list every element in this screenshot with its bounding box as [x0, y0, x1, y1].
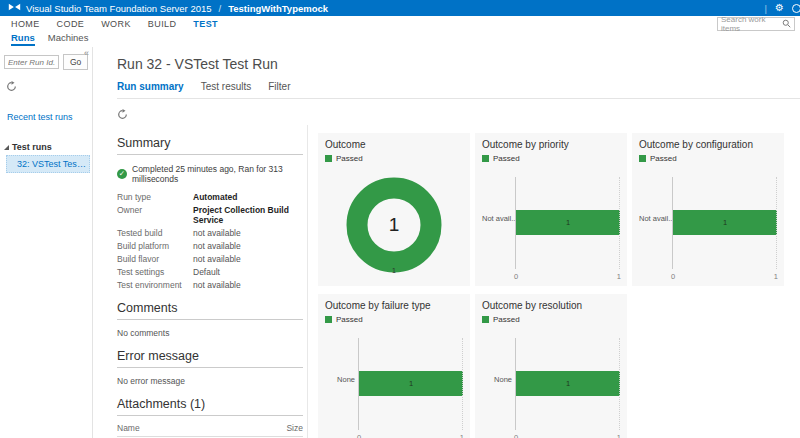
chart-title: Outcome by resolution [482, 300, 620, 311]
legend-swatch-passed [325, 155, 332, 162]
test-runs-tree-root[interactable]: Test runs [4, 142, 92, 152]
charts-area: Outcome Passed 1 1 Outcome b [308, 125, 800, 438]
summary-field-owner: Owner Project Collection Build Service [117, 205, 303, 225]
run-tabs: Run summary Test results Filter [117, 81, 800, 99]
x-tick-1: 1 [617, 272, 621, 281]
chart-title: Outcome by priority [482, 139, 620, 150]
recent-test-runs-link[interactable]: Recent test runs [7, 112, 92, 122]
chart-card-resolution: Outcome by resolution Passed None 1 0 1 [475, 294, 627, 438]
top-bar: Visual Studio Team Foundation Server 201… [0, 0, 800, 16]
nav-item-work[interactable]: WORK [101, 19, 131, 29]
tree-expanded-icon [4, 145, 9, 150]
chart-legend: Passed [482, 154, 620, 163]
chart-legend: Passed [482, 315, 620, 324]
category-label: Not avail... [482, 177, 515, 269]
legend-swatch-passed [482, 155, 489, 162]
hub-nav: HOME CODE WORK BUILD TEST Search work it… [0, 16, 800, 32]
chart-legend: Passed [639, 154, 777, 163]
passed-bar[interactable]: 1 [516, 210, 620, 235]
category-label: Not avail... [639, 177, 672, 269]
collapse-sidebar-icon[interactable]: « [84, 48, 89, 58]
nav-item-build[interactable]: BUILD [148, 19, 177, 29]
chart-card-failure-type: Outcome by failure type Passed None 1 0 … [318, 294, 470, 438]
chart-title: Outcome by configuration [639, 139, 777, 150]
summary-header: Summary [117, 136, 303, 155]
refresh-icon[interactable] [117, 106, 128, 124]
passed-bar[interactable]: 1 [673, 210, 777, 235]
tab-filter[interactable]: Filter [268, 81, 290, 92]
topbar-divider: | [765, 3, 767, 14]
sub-nav: Runs Machines [0, 32, 800, 47]
x-tick-0: 0 [671, 272, 675, 281]
chart-title: Outcome [325, 139, 463, 150]
tab-test-results[interactable]: Test results [201, 81, 252, 92]
error-message-header: Error message [117, 349, 303, 368]
chart-title: Outcome by failure type [325, 300, 463, 311]
run-status-text: Completed 25 minutes ago, Ran for 313 mi… [132, 164, 303, 184]
project-name[interactable]: TestingWithTypemock [228, 3, 328, 14]
attachments-table-header: Name Size [117, 423, 303, 437]
nav-item-test[interactable]: TEST [193, 19, 218, 29]
passed-bar[interactable]: 1 [359, 371, 463, 396]
comments-header: Comments [117, 301, 303, 320]
search-input[interactable]: Search work items [717, 17, 795, 31]
outcome-donut-chart[interactable]: 1 1 [340, 171, 448, 279]
legend-swatch-passed [639, 155, 646, 162]
x-tick-0: 0 [357, 433, 361, 438]
x-tick-1: 1 [774, 272, 778, 281]
tab-runs[interactable]: Runs [11, 32, 35, 46]
nav-item-home[interactable]: HOME [11, 19, 40, 29]
summary-field-build-flavor: Build flavor not available [117, 254, 303, 264]
plot-area: 1 0 1 [515, 177, 620, 269]
breadcrumb-separator: / [219, 3, 222, 14]
search-placeholder: Search work items [721, 15, 782, 33]
no-error-text: No error message [117, 376, 303, 386]
summary-field-tested-build: Tested build not available [117, 228, 303, 238]
gear-icon[interactable]: ⚙ [775, 3, 784, 13]
category-label: None [325, 338, 358, 430]
sidebar: « Go Recent test runs Test runs 32: VSTe… [0, 47, 93, 438]
summary-field-test-settings: Test settings Default [117, 267, 303, 277]
summary-field-build-platform: Build platform not available [117, 241, 303, 251]
x-tick-1: 1 [617, 433, 621, 438]
failure-type-bar-chart[interactable]: None 1 0 1 [325, 338, 463, 430]
selected-test-run-item[interactable]: 32: VSTest Test Run Ch... [6, 155, 90, 173]
chart-legend: Passed [325, 154, 463, 163]
donut-total-label: 1 [340, 171, 448, 279]
configuration-bar-chart[interactable]: Not avail... 1 0 1 [639, 177, 777, 269]
resolution-bar-chart[interactable]: None 1 0 1 [482, 338, 620, 430]
x-tick-0: 0 [514, 433, 518, 438]
product-name: Visual Studio Team Foundation Server 201… [26, 3, 212, 14]
plot-area: 1 0 1 [672, 177, 777, 269]
completed-check-icon: ✓ [117, 169, 127, 179]
summary-field-run-type: Run type Automated [117, 192, 303, 202]
nav-item-code[interactable]: CODE [57, 19, 85, 29]
search-icon[interactable] [782, 19, 791, 30]
column-size: Size [286, 423, 303, 433]
visual-studio-logo [8, 2, 21, 14]
summary-field-test-environment: Test environment not available [117, 280, 303, 290]
page-title: Run 32 - VSTest Test Run [117, 56, 800, 72]
donut-slice-label: 1 [340, 267, 448, 274]
column-name: Name [117, 423, 140, 433]
legend-swatch-passed [482, 316, 489, 323]
tab-machines[interactable]: Machines [48, 32, 89, 47]
tab-run-summary[interactable]: Run summary [117, 81, 184, 92]
main-content: Run 32 - VSTest Test Run Run summary Tes… [93, 47, 800, 438]
summary-panel: Summary ✓ Completed 25 minutes ago, Ran … [117, 125, 303, 438]
refresh-icon[interactable] [6, 78, 17, 96]
passed-bar[interactable]: 1 [516, 371, 620, 396]
priority-bar-chart[interactable]: Not avail... 1 0 1 [482, 177, 620, 269]
no-comments-text: No comments [117, 328, 303, 338]
attachments-header: Attachments (1) [117, 397, 303, 416]
x-tick-1: 1 [460, 433, 464, 438]
x-tick-0: 0 [514, 272, 518, 281]
run-id-input[interactable] [4, 55, 59, 69]
chart-card-priority: Outcome by priority Passed Not avail... … [475, 133, 627, 286]
plot-area: 1 0 1 [358, 338, 463, 430]
plot-area: 1 0 1 [515, 338, 620, 430]
chart-card-configuration: Outcome by configuration Passed Not avai… [632, 133, 784, 286]
category-label: None [482, 338, 515, 430]
chart-legend: Passed [325, 315, 463, 324]
user-icon[interactable] [792, 4, 800, 13]
